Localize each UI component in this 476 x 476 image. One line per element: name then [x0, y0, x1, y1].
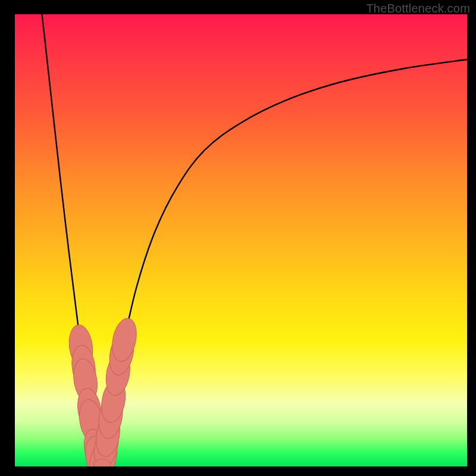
curve-markers [67, 316, 140, 466]
curve-layer [15, 14, 467, 466]
right-branch-curve [101, 60, 467, 462]
plot-area [15, 14, 467, 466]
chart-frame: TheBottleneck.com [0, 0, 476, 476]
watermark-text: TheBottleneck.com [366, 2, 470, 15]
